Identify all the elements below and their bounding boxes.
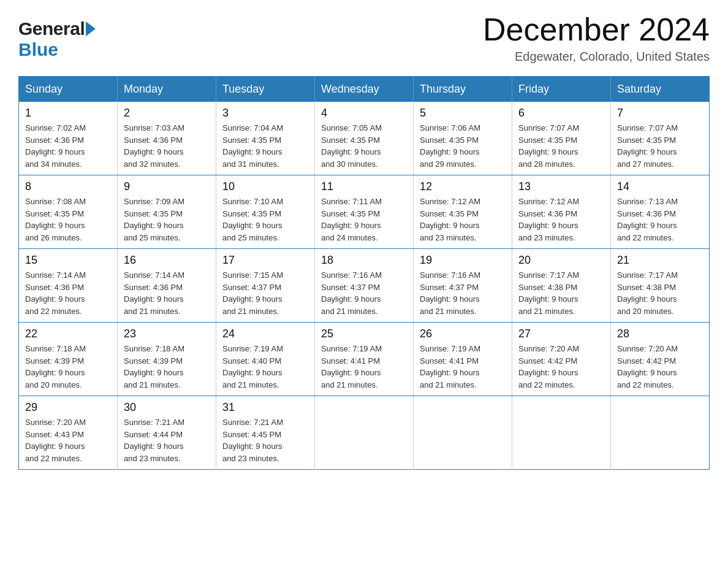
calendar-cell: 12Sunrise: 7:12 AMSunset: 4:35 PMDayligh… [414,175,512,249]
calendar-cell: 6Sunrise: 7:07 AMSunset: 4:35 PMDaylight… [512,102,611,175]
day-info: Sunrise: 7:16 AMSunset: 4:37 PMDaylight:… [420,269,506,317]
day-number: 25 [321,327,407,340]
day-info: Sunrise: 7:14 AMSunset: 4:36 PMDaylight:… [25,269,111,317]
calendar-cell: 10Sunrise: 7:10 AMSunset: 4:35 PMDayligh… [216,175,315,249]
day-info: Sunrise: 7:09 AMSunset: 4:35 PMDaylight:… [124,196,210,243]
calendar-cell: 11Sunrise: 7:11 AMSunset: 4:35 PMDayligh… [315,175,414,249]
day-number: 28 [617,327,703,340]
day-info: Sunrise: 7:18 AMSunset: 4:39 PMDaylight:… [124,343,210,391]
day-number: 7 [617,107,703,120]
day-number: 20 [518,254,604,267]
day-number: 18 [321,254,407,267]
calendar-cell: 24Sunrise: 7:19 AMSunset: 4:40 PMDayligh… [216,323,315,396]
calendar-cell: 4Sunrise: 7:05 AMSunset: 4:35 PMDaylight… [315,102,414,175]
day-info: Sunrise: 7:04 AMSunset: 4:35 PMDaylight:… [222,122,308,170]
day-info: Sunrise: 7:11 AMSunset: 4:35 PMDaylight:… [321,196,407,243]
day-number: 19 [420,254,506,267]
calendar-cell: 1Sunrise: 7:02 AMSunset: 4:36 PMDaylight… [19,102,118,175]
day-number: 14 [617,180,703,193]
calendar-cell: 22Sunrise: 7:18 AMSunset: 4:39 PMDayligh… [19,323,118,396]
calendar-cell: 31Sunrise: 7:21 AMSunset: 4:45 PMDayligh… [216,396,315,470]
day-info: Sunrise: 7:19 AMSunset: 4:40 PMDaylight:… [222,343,308,391]
day-number: 31 [222,401,308,414]
day-info: Sunrise: 7:13 AMSunset: 4:36 PMDaylight:… [617,196,703,243]
calendar-cell: 25Sunrise: 7:19 AMSunset: 4:41 PMDayligh… [315,323,414,396]
day-number: 26 [420,327,506,340]
calendar-cell: 13Sunrise: 7:12 AMSunset: 4:36 PMDayligh… [512,175,611,249]
day-info: Sunrise: 7:08 AMSunset: 4:35 PMDaylight:… [25,196,111,243]
day-info: Sunrise: 7:20 AMSunset: 4:43 PMDaylight:… [25,416,111,464]
day-info: Sunrise: 7:07 AMSunset: 4:35 PMDaylight:… [617,122,703,170]
weekday-header-monday: Monday [118,77,216,102]
calendar-cell: 29Sunrise: 7:20 AMSunset: 4:43 PMDayligh… [19,396,118,470]
week-row-4: 22Sunrise: 7:18 AMSunset: 4:39 PMDayligh… [19,323,710,396]
day-info: Sunrise: 7:10 AMSunset: 4:35 PMDaylight:… [222,196,308,243]
calendar-cell [611,396,710,470]
calendar-cell: 26Sunrise: 7:19 AMSunset: 4:41 PMDayligh… [414,323,512,396]
calendar-cell: 9Sunrise: 7:09 AMSunset: 4:35 PMDaylight… [118,175,216,249]
calendar-cell: 30Sunrise: 7:21 AMSunset: 4:44 PMDayligh… [118,396,216,470]
day-number: 3 [222,107,308,120]
calendar-cell: 19Sunrise: 7:16 AMSunset: 4:37 PMDayligh… [414,249,512,323]
weekday-header-sunday: Sunday [19,77,118,102]
day-info: Sunrise: 7:14 AMSunset: 4:36 PMDaylight:… [124,269,210,317]
day-info: Sunrise: 7:21 AMSunset: 4:44 PMDaylight:… [124,416,210,464]
day-info: Sunrise: 7:20 AMSunset: 4:42 PMDaylight:… [518,343,604,391]
day-number: 27 [518,327,604,340]
calendar-cell: 5Sunrise: 7:06 AMSunset: 4:35 PMDaylight… [414,102,512,175]
day-number: 8 [25,180,111,193]
day-info: Sunrise: 7:20 AMSunset: 4:42 PMDaylight:… [617,343,703,391]
logo-arrow-icon [86,21,96,36]
day-number: 4 [321,107,407,120]
calendar-cell: 20Sunrise: 7:17 AMSunset: 4:38 PMDayligh… [512,249,611,323]
calendar-cell: 16Sunrise: 7:14 AMSunset: 4:36 PMDayligh… [118,249,216,323]
calendar-cell: 23Sunrise: 7:18 AMSunset: 4:39 PMDayligh… [118,323,216,396]
month-title: December 2024 [483,12,710,47]
day-number: 2 [124,107,210,120]
calendar-cell: 2Sunrise: 7:03 AMSunset: 4:36 PMDaylight… [118,102,216,175]
day-info: Sunrise: 7:19 AMSunset: 4:41 PMDaylight:… [420,343,506,391]
logo-blue-text: Blue [18,39,58,59]
calendar-cell: 18Sunrise: 7:16 AMSunset: 4:37 PMDayligh… [315,249,414,323]
week-row-3: 15Sunrise: 7:14 AMSunset: 4:36 PMDayligh… [19,249,710,323]
day-number: 22 [25,327,111,340]
day-info: Sunrise: 7:17 AMSunset: 4:38 PMDaylight:… [518,269,604,317]
day-info: Sunrise: 7:02 AMSunset: 4:36 PMDaylight:… [25,122,111,170]
calendar-cell: 14Sunrise: 7:13 AMSunset: 4:36 PMDayligh… [611,175,710,249]
calendar-cell: 8Sunrise: 7:08 AMSunset: 4:35 PMDaylight… [19,175,118,249]
day-info: Sunrise: 7:21 AMSunset: 4:45 PMDaylight:… [222,416,308,464]
day-number: 6 [518,107,604,120]
day-number: 5 [420,107,506,120]
day-number: 24 [222,327,308,340]
day-info: Sunrise: 7:05 AMSunset: 4:35 PMDaylight:… [321,122,407,170]
day-number: 29 [25,401,111,414]
location-subtitle: Edgewater, Colorado, United States [483,50,710,64]
day-number: 10 [222,180,308,193]
day-number: 17 [222,254,308,267]
day-info: Sunrise: 7:16 AMSunset: 4:37 PMDaylight:… [321,269,407,317]
day-info: Sunrise: 7:12 AMSunset: 4:36 PMDaylight:… [518,196,604,243]
calendar-cell: 17Sunrise: 7:15 AMSunset: 4:37 PMDayligh… [216,249,315,323]
day-info: Sunrise: 7:12 AMSunset: 4:35 PMDaylight:… [420,196,506,243]
week-row-1: 1Sunrise: 7:02 AMSunset: 4:36 PMDaylight… [19,102,710,175]
day-number: 9 [124,180,210,193]
day-info: Sunrise: 7:15 AMSunset: 4:37 PMDaylight:… [222,269,308,317]
day-info: Sunrise: 7:19 AMSunset: 4:41 PMDaylight:… [321,343,407,391]
day-number: 21 [617,254,703,267]
day-info: Sunrise: 7:06 AMSunset: 4:35 PMDaylight:… [420,122,506,170]
day-info: Sunrise: 7:18 AMSunset: 4:39 PMDaylight:… [25,343,111,391]
day-number: 11 [321,180,407,193]
day-info: Sunrise: 7:07 AMSunset: 4:35 PMDaylight:… [518,122,604,170]
day-number: 30 [124,401,210,414]
day-number: 23 [124,327,210,340]
day-number: 13 [518,180,604,193]
weekday-header-thursday: Thursday [414,77,512,102]
page-header: General Blue December 2024 Edgewater, Co… [18,12,710,64]
day-info: Sunrise: 7:03 AMSunset: 4:36 PMDaylight:… [124,122,210,170]
logo: General Blue [18,12,97,60]
weekday-header-wednesday: Wednesday [315,77,414,102]
day-number: 1 [25,107,111,120]
calendar-table: SundayMondayTuesdayWednesdayThursdayFrid… [18,76,710,470]
calendar-cell: 3Sunrise: 7:04 AMSunset: 4:35 PMDaylight… [216,102,315,175]
calendar-cell: 28Sunrise: 7:20 AMSunset: 4:42 PMDayligh… [611,323,710,396]
